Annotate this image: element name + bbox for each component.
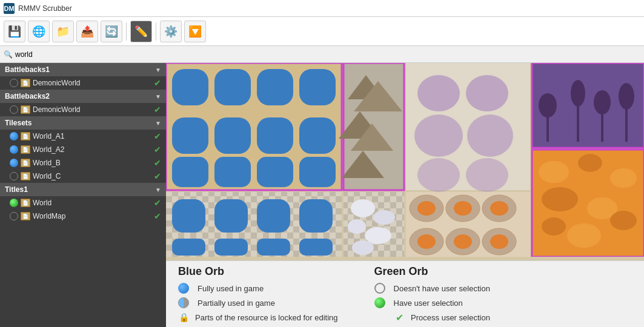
sidebar-item-world-a2[interactable]: 📄 World_A2 ✔ <box>0 143 166 156</box>
orb-empty-icon-bb2 <box>10 105 18 114</box>
check-icon-battlebacks1: ✔ <box>154 78 161 88</box>
titlebar: DM RMMV Scrubber <box>0 0 644 17</box>
sidebar-item-world-b[interactable]: 📄 World_B ✔ <box>0 156 166 170</box>
search-icon: 🔍 <box>4 50 13 59</box>
legend-green-full-row: Have user selection <box>374 297 490 308</box>
brush-button[interactable]: ✏️ <box>130 21 152 42</box>
folder-button[interactable]: 📁 <box>52 21 74 42</box>
sidebar-item-world[interactable]: 📄 World ✔ <box>0 196 166 210</box>
app-icon: DM <box>4 3 15 14</box>
svg-rect-10 <box>214 157 251 187</box>
legend-lock-label: Parts of the resource is locked for edit… <box>195 313 338 322</box>
svg-rect-1 <box>172 69 208 105</box>
svg-rect-41 <box>172 199 205 233</box>
svg-point-75 <box>567 223 601 248</box>
settings-button[interactable]: ⚙️ <box>160 21 182 42</box>
content-area: Blue Orb Fully used in game Partially us… <box>166 63 644 327</box>
world-a1-label: World_A1 <box>33 132 154 140</box>
svg-point-52 <box>348 219 366 234</box>
svg-rect-48 <box>299 239 333 256</box>
svg-point-65 <box>454 234 472 249</box>
green-orb-legend: Green Orb Doesn't have user selection Ha… <box>374 265 490 323</box>
legend-area: Blue Orb Fully used in game Partially us… <box>166 260 644 327</box>
orb-blue-full-icon <box>10 132 18 140</box>
legend-blue-full-icon <box>178 283 189 294</box>
svg-rect-47 <box>257 239 290 256</box>
svg-point-53 <box>365 227 391 244</box>
svg-rect-7 <box>257 117 293 154</box>
sidebar-item-world-a1[interactable]: 📄 World_A1 ✔ <box>0 130 166 143</box>
worldmap-label: WorldMap <box>33 212 154 220</box>
legend-green-full-label: Have user selection <box>394 299 463 308</box>
svg-point-34 <box>619 83 634 110</box>
svg-point-59 <box>454 201 472 216</box>
svg-rect-4 <box>299 69 336 105</box>
section-battlebacks1[interactable]: Battlebacks1 ▼ <box>0 63 166 76</box>
world-label: World <box>33 199 154 207</box>
svg-point-30 <box>571 80 585 107</box>
check-icon-b: ✔ <box>154 158 161 168</box>
sidebar-item-battlebacks2-demonicworld[interactable]: 📄 DemonicWorld ✔ <box>0 103 166 116</box>
orb-blue-full-icon-b <box>10 159 18 167</box>
filter-button[interactable]: 🔽 <box>184 21 206 42</box>
file-icon-worldmap: 📄 <box>21 212 30 220</box>
legend-lock-icon: 🔒 <box>178 312 189 323</box>
legend-blue-full-label: Fully used in game <box>198 284 264 293</box>
refresh-button[interactable]: 🔄 <box>101 21 122 42</box>
orb-empty-icon <box>10 79 18 87</box>
svg-point-28 <box>539 93 557 117</box>
world-c-label: World_C <box>33 172 154 180</box>
save-button[interactable]: 💾 <box>4 21 25 42</box>
sidebar: Battlebacks1 ▼ 📄 DemonicWorld ✔ Battleba… <box>0 63 166 327</box>
export-button[interactable]: 📤 <box>76 21 98 42</box>
svg-point-21 <box>466 75 508 111</box>
section-battlebacks2[interactable]: Battlebacks2 ▼ <box>0 90 166 103</box>
svg-rect-6 <box>214 117 251 154</box>
svg-rect-45 <box>172 239 205 256</box>
check-icon-worldmap: ✔ <box>154 211 161 221</box>
file-icon-bb2: 📄 <box>21 105 30 114</box>
battlebacks1-demonicworld-label: DemonicWorld <box>33 79 154 87</box>
globe-button[interactable]: 🌐 <box>28 21 50 42</box>
search-input[interactable] <box>15 50 136 59</box>
svg-rect-43 <box>257 199 290 233</box>
sidebar-item-worldmap[interactable]: 📄 WorldMap ✔ <box>0 210 166 223</box>
world-a2-label: World_A2 <box>33 145 154 154</box>
section-titles1-arrow: ▼ <box>155 187 161 193</box>
orb-green-full-icon <box>10 199 18 207</box>
file-icon-a2: 📄 <box>21 145 30 154</box>
legend-blue-partial-row: Partially used in game <box>178 297 338 308</box>
sidebar-item-world-c[interactable]: 📄 World_C ✔ <box>0 170 166 183</box>
svg-rect-44 <box>299 199 333 233</box>
section-battlebacks1-label: Battlebacks1 <box>5 65 50 74</box>
tile-svg <box>166 63 644 257</box>
title-text: RMMV Scrubber <box>18 4 72 13</box>
legend-empty-icon <box>374 283 385 294</box>
svg-rect-12 <box>299 157 336 187</box>
section-tilesets[interactable]: Tilesets ▼ <box>0 116 166 130</box>
legend-blue-partial-icon <box>178 297 189 308</box>
svg-rect-46 <box>214 239 248 256</box>
sidebar-item-battlebacks1-demonicworld[interactable]: 📄 DemonicWorld ✔ <box>0 76 166 90</box>
svg-point-50 <box>351 199 375 217</box>
legend-blue-full-row: Fully used in game <box>178 283 338 294</box>
file-icon-c: 📄 <box>21 172 30 180</box>
svg-point-63 <box>417 234 436 249</box>
check-icon-world: ✔ <box>154 198 161 208</box>
svg-point-70 <box>578 154 602 172</box>
svg-point-61 <box>490 201 508 216</box>
main-area: Battlebacks1 ▼ 📄 DemonicWorld ✔ Battleba… <box>0 63 644 327</box>
section-battlebacks1-arrow: ▼ <box>155 67 161 73</box>
section-titles1[interactable]: Titles1 ▼ <box>0 183 166 196</box>
svg-point-51 <box>373 210 395 225</box>
svg-point-74 <box>542 217 566 236</box>
svg-rect-3 <box>257 69 293 105</box>
section-battlebacks2-label: Battlebacks2 <box>5 92 50 101</box>
green-orb-title: Green Orb <box>374 265 490 278</box>
legend-check-icon: ✔ <box>394 312 405 323</box>
svg-rect-5 <box>172 117 208 154</box>
svg-point-20 <box>417 75 460 111</box>
toolbar-separator-1 <box>126 22 127 41</box>
orb-empty-icon-wm <box>10 212 18 220</box>
svg-point-25 <box>466 158 508 192</box>
